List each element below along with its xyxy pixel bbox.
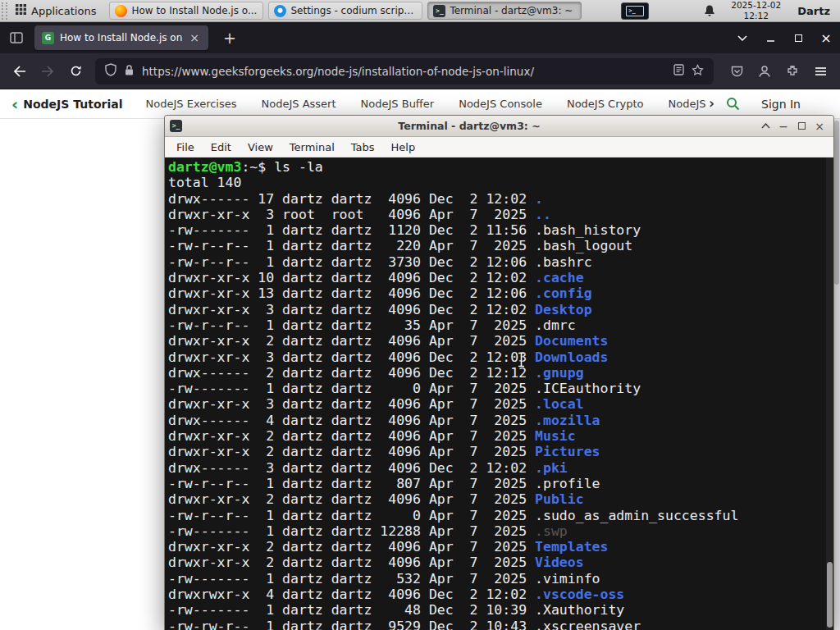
terminal-line: drwxrwxr-x 4 dartz dartz 4096 Dec 2 12:0… xyxy=(168,587,833,602)
terminal-menu-help[interactable]: Help xyxy=(383,141,424,153)
taskbar-item-browser[interactable]: How to Install Node.js o... xyxy=(109,2,263,20)
url-bar[interactable]: https://www.geeksforgeeks.org/node-js/in… xyxy=(95,58,714,84)
tab-close-icon[interactable]: × xyxy=(188,31,201,44)
terminal-line: -rw------- 1 dartz dartz 1120 Dec 2 11:5… xyxy=(168,222,833,238)
terminal-line: -rw------- 1 dartz dartz 0 Apr 7 2025 .I… xyxy=(168,381,833,396)
terminal-line: -rw-rw-r-- 1 dartz dartz 9529 Dec 2 10:4… xyxy=(168,619,833,630)
geeksforgeeks-favicon: G xyxy=(42,32,54,44)
terminal-menu-file[interactable]: File xyxy=(168,141,203,153)
terminal-title: Terminal - dartz@vm3: ~ xyxy=(182,120,756,132)
bookmark-star-icon[interactable] xyxy=(692,64,704,79)
terminal-line: drwxr-xr-x 2 dartz dartz 4096 Apr 7 2025… xyxy=(168,539,833,555)
tray-terminal-glyph: >_ xyxy=(626,6,644,16)
site-nav-link[interactable]: NodeJS Exercises xyxy=(146,98,237,110)
terminal-menu-tabs[interactable]: Tabs xyxy=(343,141,383,153)
clock-date: 2025-12-02 xyxy=(731,0,781,11)
terminal-line: -rw------- 1 dartz dartz 532 Apr 7 2025 … xyxy=(168,571,833,587)
terminal-scrollbar-thumb[interactable] xyxy=(827,562,833,628)
applications-menu-button[interactable]: Applications xyxy=(7,0,104,21)
terminal-window: >_ Terminal - dartz@vm3: ~ − × FileEditV… xyxy=(164,115,834,630)
top-panel: Applications How to Install Node.js o...… xyxy=(0,0,840,22)
panel-right-area: >_ 2025-12-02 12:12 Dartz xyxy=(621,0,840,21)
forward-icon[interactable] xyxy=(34,59,61,84)
page-scrollbar[interactable] xyxy=(833,119,840,630)
taskbar-item-settings[interactable]: Settings - codium script... xyxy=(268,2,422,20)
site-back-link[interactable]: NodeJS Tutorial xyxy=(23,98,122,111)
terminal-line: drwxr-xr-x 3 dartz dartz 4096 Dec 2 12:0… xyxy=(168,302,833,317)
search-icon[interactable] xyxy=(726,97,740,111)
terminal-shade-icon[interactable] xyxy=(756,123,774,129)
list-tabs-icon[interactable] xyxy=(728,22,756,53)
terminal-line: drwxr-xr-x 13 dartz dartz 4096 Dec 2 12:… xyxy=(168,285,833,301)
reader-view-icon[interactable] xyxy=(673,64,684,78)
back-icon[interactable] xyxy=(7,59,33,84)
terminal-menubar: FileEditViewTerminalTabsHelp xyxy=(165,137,833,158)
terminal-line: drwxr-xr-x 2 dartz dartz 4096 Apr 7 2025… xyxy=(168,444,833,459)
terminal-prompt-line: dartz@vm3:~$ ls -la xyxy=(168,159,833,175)
new-tab-button[interactable]: + xyxy=(218,29,241,47)
panel-handle[interactable] xyxy=(2,2,7,20)
site-nav-link[interactable]: NodeJS Crypto xyxy=(567,98,644,110)
terminal-total-line: total 140 xyxy=(168,175,833,190)
account-icon[interactable] xyxy=(751,59,778,84)
sign-in-button[interactable]: Sign In xyxy=(761,98,801,111)
extensions-puzzle-icon[interactable] xyxy=(779,59,806,84)
terminal-menu-edit[interactable]: Edit xyxy=(203,141,240,153)
clock-time: 12:12 xyxy=(731,11,781,21)
notification-bell-icon[interactable] xyxy=(703,4,716,17)
terminal-menu-view[interactable]: View xyxy=(240,141,281,153)
terminal-minimize-icon[interactable]: − xyxy=(774,120,792,133)
terminal-icon: >_ xyxy=(433,5,445,17)
window-close-icon[interactable]: × xyxy=(812,22,840,53)
applications-icon xyxy=(16,4,26,17)
taskbar-item-terminal[interactable]: >_ Terminal - dartz@vm3: ~ xyxy=(427,2,582,20)
site-nav-link[interactable]: NodeJS Assert xyxy=(262,98,336,110)
browser-toolbar: https://www.geeksforgeeks.org/node-js/in… xyxy=(0,53,840,89)
window-minimize-icon[interactable] xyxy=(756,22,784,53)
terminal-lines: dartz@vm3:~$ ls -latotal 140drwx------ 1… xyxy=(168,159,833,630)
terminal-menu-terminal[interactable]: Terminal xyxy=(281,141,343,153)
clock[interactable]: 2025-12-02 12:12 xyxy=(731,0,781,21)
tab-bar: G How to Install Node.js on... × + × xyxy=(0,22,840,53)
applications-label: Applications xyxy=(31,5,96,17)
lock-icon[interactable] xyxy=(124,64,135,79)
terminal-window-icon: >_ xyxy=(170,120,182,132)
terminal-maximize-icon[interactable] xyxy=(792,122,810,130)
terminal-line: -rw-r--r-- 1 dartz dartz 3730 Dec 2 12:0… xyxy=(168,254,833,270)
terminal-output[interactable]: dartz@vm3:~$ ls -latotal 140drwx------ 1… xyxy=(165,158,833,630)
site-nav-link[interactable]: NodeJS DNS xyxy=(669,98,705,110)
page-scrollbar-thumb[interactable] xyxy=(834,121,839,285)
browser-tab[interactable]: G How to Install Node.js on... × xyxy=(34,25,208,50)
terminal-line: drwxr-xr-x 3 dartz dartz 4096 Apr 7 2025… xyxy=(168,396,833,412)
pocket-icon[interactable] xyxy=(724,59,750,84)
settings-icon xyxy=(274,5,286,17)
terminal-line: drwx------ 4 dartz dartz 4096 Apr 7 2025… xyxy=(168,413,833,428)
site-nav-link[interactable]: NodeJS Buffer xyxy=(361,98,435,110)
window-maximize-icon[interactable] xyxy=(784,22,812,53)
terminal-line: drwxr-xr-x 3 root root 4096 Apr 7 2025 .… xyxy=(168,207,833,222)
site-nav-link[interactable]: NodeJS Console xyxy=(459,98,542,110)
firefox-icon xyxy=(115,5,127,17)
url-text: https://www.geeksforgeeks.org/node-js/in… xyxy=(142,65,666,78)
terminal-line: drwxr-xr-x 3 dartz dartz 4096 Dec 2 12:0… xyxy=(168,349,833,365)
menu-hamburger-icon[interactable] xyxy=(807,59,833,84)
taskbar-item-label: Settings - codium script... xyxy=(290,5,417,16)
terminal-line: drwxr-xr-x 2 dartz dartz 4096 Apr 7 2025… xyxy=(168,555,833,570)
terminal-close-icon[interactable]: × xyxy=(810,120,829,133)
terminal-line: -rw-r--r-- 1 dartz dartz 0 Apr 7 2025 .s… xyxy=(168,508,833,523)
firefox-view-icon[interactable] xyxy=(10,31,23,44)
terminal-line: drwxr-xr-x 2 dartz dartz 4096 Apr 7 2025… xyxy=(168,428,833,444)
nav-back-chevron-icon[interactable]: ‹ xyxy=(11,96,18,112)
terminal-line: -rw-r--r-- 1 dartz dartz 807 Apr 7 2025 … xyxy=(168,476,833,491)
terminal-line: drwxr-xr-x 2 dartz dartz 4096 Apr 7 2025… xyxy=(168,491,833,507)
nav-forward-chevron-icon[interactable]: › xyxy=(709,97,714,111)
tracking-shield-icon[interactable] xyxy=(105,63,116,79)
reload-icon[interactable] xyxy=(62,59,89,84)
user-menu[interactable]: Dartz xyxy=(797,5,830,17)
terminal-line: -rw-r--r-- 1 dartz dartz 220 Apr 7 2025 … xyxy=(168,238,833,253)
tray-app-icon[interactable]: >_ xyxy=(621,2,649,20)
terminal-line: drwx------ 3 dartz dartz 4096 Dec 2 12:0… xyxy=(168,460,833,476)
terminal-scrollbar[interactable] xyxy=(826,158,833,630)
text-cursor-icon xyxy=(517,352,526,368)
terminal-titlebar[interactable]: >_ Terminal - dartz@vm3: ~ − × xyxy=(165,116,833,137)
